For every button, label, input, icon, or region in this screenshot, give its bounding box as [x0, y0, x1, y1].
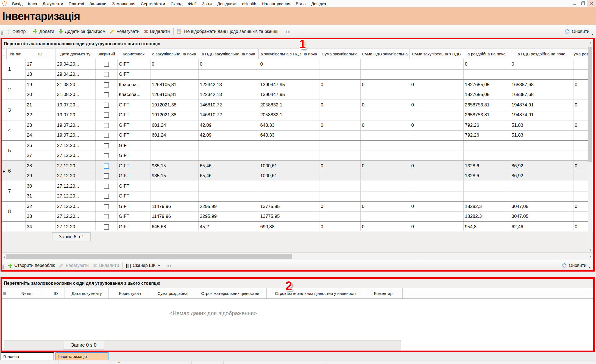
value-cell[interactable]	[410, 69, 463, 80]
user-cell[interactable]: GIFT	[117, 201, 150, 211]
edit-button[interactable]: Редагувати	[108, 27, 142, 36]
id-cell[interactable]: 28	[25, 161, 55, 171]
value-cell[interactable]: 1268105,81	[150, 90, 198, 100]
value-cell[interactable]	[319, 191, 360, 201]
value-cell[interactable]	[573, 171, 588, 181]
value-cell[interactable]: 0	[319, 80, 360, 90]
value-cell[interactable]: 86,92	[510, 171, 573, 181]
closed-checkbox[interactable]	[104, 103, 109, 108]
value-cell[interactable]	[360, 59, 410, 69]
column-header-id[interactable]: ID	[25, 49, 55, 59]
column-header-purchase-with-vat-start[interactable]: а закупівельна з ПДВ на поча	[259, 49, 319, 59]
value-cell[interactable]	[573, 59, 588, 69]
value-cell[interactable]	[360, 151, 410, 161]
value-cell[interactable]	[319, 90, 360, 100]
user-cell[interactable]: GIFT	[117, 222, 150, 231]
value-cell[interactable]: 165387,68	[510, 90, 573, 100]
date-cell[interactable]: 27.12.20...	[55, 222, 95, 231]
menu-item-orders[interactable]: Замовлення	[109, 1, 138, 6]
menu-item-settings[interactable]: Налаштування	[259, 1, 293, 6]
date-cell[interactable]: 27.12.20...	[55, 181, 95, 191]
menu-item-certificates[interactable]: Сертифікати	[138, 1, 168, 6]
value-cell[interactable]	[360, 130, 410, 140]
user-cell[interactable]: GIFT	[117, 161, 150, 171]
table-row[interactable]: 3327.12.20...GIFT11479,962295,9913775,95…	[2, 211, 588, 222]
date-cell[interactable]: 27.12.20...	[55, 171, 95, 181]
value-cell[interactable]: 0	[319, 161, 360, 171]
filter-button[interactable]: Фільтр	[4, 27, 28, 36]
value-cell[interactable]	[573, 69, 588, 80]
value-cell[interactable]	[510, 69, 573, 80]
value-cell[interactable]: 0	[319, 100, 360, 110]
tab-inventaryzatsiia[interactable]: Інвентаризація	[55, 352, 108, 360]
value-cell[interactable]	[150, 181, 198, 191]
add-by-filter-button[interactable]: Додати за фільтром	[56, 27, 108, 36]
value-cell[interactable]: 51,83	[510, 130, 573, 140]
user-cell[interactable]: GIFT	[117, 59, 150, 69]
value-cell[interactable]	[259, 69, 319, 80]
value-cell[interactable]	[410, 59, 463, 69]
value-cell[interactable]: 0	[573, 120, 588, 130]
value-cell[interactable]	[360, 110, 410, 120]
value-cell[interactable]	[319, 181, 360, 191]
value-cell[interactable]: 643,33	[259, 120, 319, 130]
group-number-cell[interactable]: 1	[7, 59, 25, 80]
chevron-down-icon[interactable]	[158, 265, 160, 266]
value-cell[interactable]	[259, 140, 319, 151]
table-row[interactable]: 2219.07.20...GIFT1912021,38146810,722058…	[2, 110, 588, 120]
value-cell[interactable]	[198, 191, 259, 201]
value-cell[interactable]: 0	[360, 222, 410, 231]
vscroll-thumb[interactable]	[588, 47, 592, 162]
barcode-scanner-button[interactable]: Сканер ШК	[124, 261, 162, 270]
value-cell[interactable]	[410, 151, 463, 161]
closed-checkbox[interactable]	[104, 214, 109, 219]
value-cell[interactable]	[259, 151, 319, 161]
value-cell[interactable]	[150, 151, 198, 161]
toolbar-overflow-caret-icon[interactable]	[589, 267, 591, 268]
column-header-date[interactable]: Дата документу	[55, 49, 95, 59]
value-cell[interactable]: 0	[360, 100, 410, 110]
table-row[interactable]: 2419.07.20...GIFT601,2442,09643,33792,26…	[2, 130, 588, 140]
value-cell[interactable]	[319, 59, 360, 69]
value-cell[interactable]	[410, 130, 463, 140]
add-button[interactable]: Додати	[31, 27, 56, 36]
value-cell[interactable]: 0	[360, 120, 410, 130]
user-cell[interactable]: GIFT	[117, 69, 150, 80]
value-cell[interactable]: 2058832,1	[259, 110, 319, 120]
date-cell[interactable]: 27.12.20...	[55, 191, 95, 201]
value-cell[interactable]: 690,88	[259, 222, 319, 231]
user-cell[interactable]: GIFT	[117, 151, 150, 161]
closed-checkbox[interactable]	[104, 184, 109, 189]
id-cell[interactable]: 21	[25, 100, 55, 110]
value-cell[interactable]: 11479,96	[150, 201, 198, 211]
closed-cell[interactable]	[95, 80, 117, 90]
column-header-user[interactable]: Користувач	[117, 49, 150, 59]
group-number-cell[interactable]	[7, 222, 25, 231]
column-header-closed[interactable]: Закритий	[95, 49, 117, 59]
value-cell[interactable]: 3047,05	[510, 211, 573, 222]
value-cell[interactable]: 1000,61	[259, 171, 319, 181]
value-cell[interactable]: 643,33	[259, 130, 319, 140]
value-cell[interactable]	[463, 151, 510, 161]
closed-cell[interactable]	[95, 161, 117, 171]
value-cell[interactable]: 122342,13	[198, 90, 259, 100]
id-cell[interactable]: 20	[25, 90, 55, 100]
column-header-material-values-available[interactable]: Строк матеріальних цінностей у наявності	[267, 288, 364, 298]
value-cell[interactable]	[360, 181, 410, 191]
value-cell[interactable]: 601,24	[150, 120, 198, 130]
value-cell[interactable]	[360, 211, 410, 222]
column-header-purchase-with-vat[interactable]: Сума закупівельна з ПДВ	[410, 49, 463, 59]
value-cell[interactable]	[360, 90, 410, 100]
value-cell[interactable]: 146810,72	[198, 100, 259, 110]
id-cell[interactable]: 18	[25, 69, 55, 80]
value-cell[interactable]: 0	[573, 201, 588, 211]
value-cell[interactable]	[198, 151, 259, 161]
user-cell[interactable]: GIFT	[117, 191, 150, 201]
value-cell[interactable]	[510, 191, 573, 201]
value-cell[interactable]	[360, 171, 410, 181]
menu-item-documents[interactable]: Документи	[40, 1, 66, 6]
value-cell[interactable]: 3047,05	[510, 201, 573, 211]
value-cell[interactable]: 86,92	[510, 161, 573, 171]
id-cell[interactable]: 33	[25, 211, 55, 222]
value-cell[interactable]: 0	[198, 59, 259, 69]
